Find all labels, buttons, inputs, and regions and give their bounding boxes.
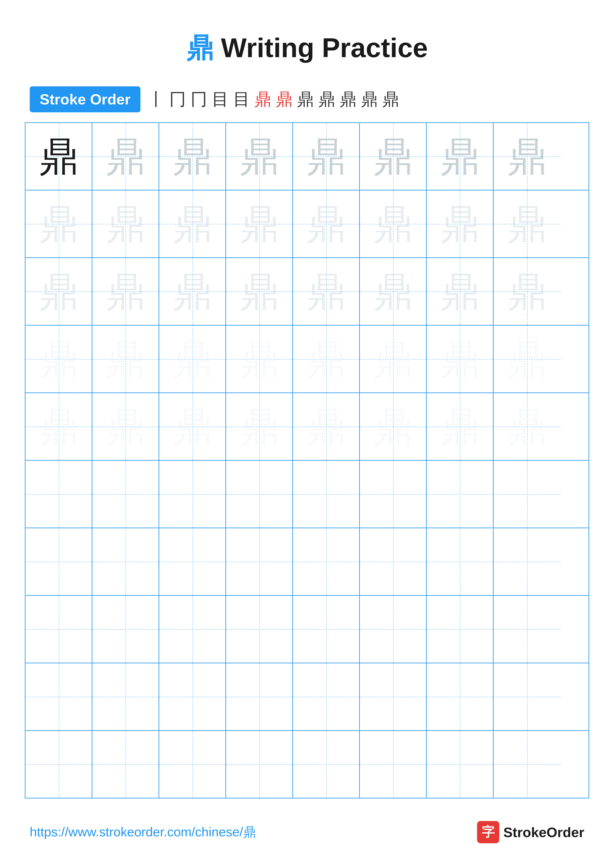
cell-4-2[interactable]: 鼎: [92, 326, 159, 392]
cell-5-7[interactable]: 鼎: [427, 393, 494, 460]
cell-2-1[interactable]: 鼎: [25, 191, 92, 257]
grid-row-5: 鼎 鼎 鼎 鼎 鼎 鼎 鼎 鼎: [25, 393, 589, 461]
cell-9-5[interactable]: [293, 663, 360, 730]
cell-2-6[interactable]: 鼎: [360, 191, 427, 257]
cell-1-8[interactable]: 鼎: [494, 123, 561, 190]
cell-3-1[interactable]: 鼎: [25, 258, 92, 325]
cell-9-7[interactable]: [427, 663, 494, 730]
cell-5-6[interactable]: 鼎: [360, 393, 427, 460]
cell-9-4[interactable]: [226, 663, 293, 730]
cell-7-8[interactable]: [494, 528, 561, 595]
char-2-4: 鼎: [239, 204, 279, 244]
cell-2-4[interactable]: 鼎: [226, 191, 293, 257]
cell-10-5[interactable]: [293, 731, 360, 798]
cell-5-5[interactable]: 鼎: [293, 393, 360, 460]
cell-1-7[interactable]: 鼎: [427, 123, 494, 190]
cell-5-3[interactable]: 鼎: [159, 393, 226, 460]
practice-grid[interactable]: 鼎 鼎 鼎 鼎 鼎 鼎 鼎 鼎 鼎 鼎 鼎 鼎 鼎 鼎 鼎 鼎 鼎 鼎 鼎 鼎 …: [25, 122, 589, 798]
cell-3-3[interactable]: 鼎: [159, 258, 226, 325]
char-4-4: 鼎: [239, 339, 279, 379]
cell-6-4[interactable]: [226, 461, 293, 527]
cell-2-5[interactable]: 鼎: [293, 191, 360, 257]
cell-10-1[interactable]: [25, 731, 92, 798]
cell-6-6[interactable]: [360, 461, 427, 527]
stroke-5: 目: [233, 88, 250, 111]
cell-9-1[interactable]: [25, 663, 92, 730]
cell-2-3[interactable]: 鼎: [159, 191, 226, 257]
cell-1-6[interactable]: 鼎: [360, 123, 427, 190]
footer-url[interactable]: https://www.strokeorder.com/chinese/鼎: [30, 823, 256, 841]
cell-8-3[interactable]: [159, 596, 226, 663]
cell-8-6[interactable]: [360, 596, 427, 663]
char-5-2: 鼎: [106, 407, 145, 446]
cell-4-7[interactable]: 鼎: [427, 326, 494, 392]
cell-10-2[interactable]: [92, 731, 159, 798]
cell-5-2[interactable]: 鼎: [92, 393, 159, 460]
cell-8-7[interactable]: [427, 596, 494, 663]
cell-7-6[interactable]: [360, 528, 427, 595]
cell-3-2[interactable]: 鼎: [92, 258, 159, 325]
cell-10-4[interactable]: [226, 731, 293, 798]
cell-2-2[interactable]: 鼎: [92, 191, 159, 257]
cell-10-6[interactable]: [360, 731, 427, 798]
char-2-5: 鼎: [306, 204, 346, 244]
grid-row-10: [25, 731, 589, 798]
cell-9-2[interactable]: [92, 663, 159, 730]
cell-4-5[interactable]: 鼎: [293, 326, 360, 392]
cell-8-4[interactable]: [226, 596, 293, 663]
cell-6-8[interactable]: [494, 461, 561, 527]
cell-6-5[interactable]: [293, 461, 360, 527]
cell-4-8[interactable]: 鼎: [494, 326, 561, 392]
cell-7-2[interactable]: [92, 528, 159, 595]
cell-3-4[interactable]: 鼎: [226, 258, 293, 325]
char-1-1: 鼎: [39, 136, 79, 176]
cell-8-2[interactable]: [92, 596, 159, 663]
stroke-4: 目: [212, 88, 229, 111]
cell-1-3[interactable]: 鼎: [159, 123, 226, 190]
cell-9-6[interactable]: [360, 663, 427, 730]
cell-3-8[interactable]: 鼎: [494, 258, 561, 325]
cell-6-3[interactable]: [159, 461, 226, 527]
cell-1-5[interactable]: 鼎: [293, 123, 360, 190]
cell-10-3[interactable]: [159, 731, 226, 798]
cell-5-1[interactable]: 鼎: [25, 393, 92, 460]
cell-10-8[interactable]: [494, 731, 561, 798]
cell-6-7[interactable]: [427, 461, 494, 527]
cell-1-4[interactable]: 鼎: [226, 123, 293, 190]
cell-2-8[interactable]: 鼎: [494, 191, 561, 257]
cell-7-7[interactable]: [427, 528, 494, 595]
cell-10-7[interactable]: [427, 731, 494, 798]
cell-7-1[interactable]: [25, 528, 92, 595]
cell-7-3[interactable]: [159, 528, 226, 595]
cell-5-8[interactable]: 鼎: [494, 393, 561, 460]
cell-1-1[interactable]: 鼎: [25, 123, 92, 190]
char-3-2: 鼎: [106, 272, 145, 311]
stroke-6: 鼎: [254, 88, 271, 111]
cell-8-1[interactable]: [25, 596, 92, 663]
cell-2-7[interactable]: 鼎: [427, 191, 494, 257]
char-1-5: 鼎: [306, 136, 346, 176]
cell-4-3[interactable]: 鼎: [159, 326, 226, 392]
char-3-4: 鼎: [239, 272, 279, 311]
cell-4-4[interactable]: 鼎: [226, 326, 293, 392]
cell-3-6[interactable]: 鼎: [360, 258, 427, 325]
cell-7-5[interactable]: [293, 528, 360, 595]
cell-8-5[interactable]: [293, 596, 360, 663]
cell-1-2[interactable]: 鼎: [92, 123, 159, 190]
stroke-2: 冂: [169, 88, 186, 111]
cell-4-6[interactable]: 鼎: [360, 326, 427, 392]
cell-8-8[interactable]: [494, 596, 561, 663]
cell-7-4[interactable]: [226, 528, 293, 595]
cell-5-4[interactable]: 鼎: [226, 393, 293, 460]
cell-6-1[interactable]: [25, 461, 92, 527]
char-3-6: 鼎: [373, 272, 413, 311]
cell-6-2[interactable]: [92, 461, 159, 527]
char-1-8: 鼎: [507, 136, 547, 176]
stroke-9: 鼎: [318, 88, 335, 111]
cell-3-5[interactable]: 鼎: [293, 258, 360, 325]
stroke-sequence: 丨 冂 冂 目 目 鼎 鼎 鼎 鼎 鼎 鼎 鼎: [148, 88, 399, 111]
cell-3-7[interactable]: 鼎: [427, 258, 494, 325]
cell-9-3[interactable]: [159, 663, 226, 730]
cell-9-8[interactable]: [494, 663, 561, 730]
cell-4-1[interactable]: 鼎: [25, 326, 92, 392]
